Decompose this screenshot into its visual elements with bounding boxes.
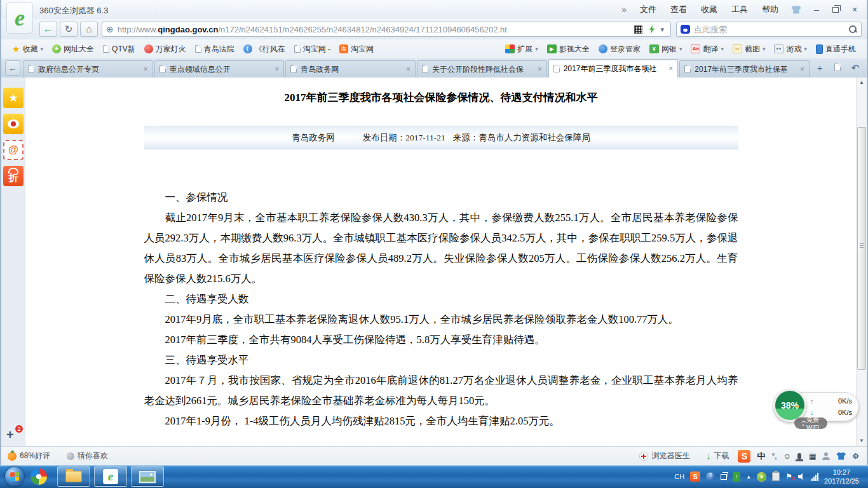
chevron-down-icon: ▾ — [535, 46, 538, 52]
site-shield-icon[interactable]: ⊕ — [106, 24, 114, 34]
download-button[interactable]: ↓下载 — [706, 451, 729, 461]
menu-file[interactable]: 文件 — [633, 4, 663, 15]
bookmark-qtv[interactable]: QTV新 — [98, 42, 140, 56]
undo-close-button[interactable]: ↶ — [848, 61, 863, 75]
free-wifi-button[interactable]: 免费WiFi — [794, 417, 827, 429]
toolbar-games[interactable]: ••游戏▾ — [770, 42, 811, 56]
skin-button[interactable] — [788, 3, 804, 16]
menu-view[interactable]: 查看 — [663, 4, 694, 15]
browser-logo[interactable]: e — [6, 2, 33, 34]
tray-usb-icon[interactable]: ↑ — [733, 472, 740, 482]
toolbar-translate[interactable]: Aa翻译▾ — [686, 42, 728, 56]
home-button[interactable]: ⌂ — [80, 22, 98, 37]
suggest-item[interactable]: 猜你喜欢 — [67, 451, 108, 461]
bookmark-court[interactable]: 青岛法院 — [191, 42, 239, 56]
toolbar-phone[interactable]: 直通手机 — [811, 42, 860, 56]
menu-tools[interactable]: 工具 — [724, 4, 755, 15]
back-button[interactable]: ← — [39, 22, 57, 37]
qr-code-icon[interactable] — [634, 25, 642, 34]
tab-close-icon[interactable]: × — [668, 64, 673, 73]
tab-social-insurance-notice[interactable]: 关于公开阶段性降低社会保× — [417, 60, 547, 78]
taskbar-browser-button[interactable]: e — [94, 466, 127, 487]
restore-tab-button[interactable] — [830, 61, 845, 75]
tray-action-center-icon[interactable]: ⚑× — [785, 472, 792, 481]
rail-add-button[interactable]: +2 — [6, 428, 14, 442]
vertical-scrollbar[interactable]: ▲ ▼ — [856, 78, 867, 446]
search-icon[interactable] — [848, 25, 857, 34]
new-tab-button[interactable]: + — [812, 61, 827, 75]
start-button[interactable] — [5, 467, 24, 486]
ime-settings-icon[interactable]: ⚙ — [852, 452, 859, 461]
url-box[interactable]: ⊕ http://www.qingdao.gov.cn/n172/n246241… — [102, 22, 671, 37]
login-manager-icon — [599, 44, 607, 53]
menu-overflow-icon[interactable]: » — [615, 4, 633, 15]
bookmark-favorites[interactable]: ★收藏▾ — [8, 42, 48, 56]
tab-close-icon[interactable]: × — [144, 65, 148, 74]
ime-language-toggle[interactable]: 中 — [757, 451, 765, 462]
ime-skin-icon[interactable] — [836, 452, 846, 460]
tab-social-fund[interactable]: 2017年前三季度我市社保基× — [679, 60, 810, 78]
url-text[interactable]: http://www.qingdao.gov.cn/n172/n24624151… — [118, 25, 632, 34]
tab-close-icon[interactable]: × — [275, 65, 279, 74]
account-icon[interactable] — [822, 452, 830, 460]
close-button[interactable]: × — [845, 3, 864, 17]
browser-doctor-button[interactable]: 浏览器医生 — [639, 451, 689, 461]
bookmark-sites[interactable]: +网址大全 — [48, 42, 98, 56]
sogou-ime-logo[interactable]: S — [738, 450, 750, 463]
rail-mail-button[interactable]: @ — [3, 140, 24, 160]
refresh-button[interactable]: ↻ — [60, 22, 78, 37]
tab-list-button[interactable]: ← — [5, 60, 20, 76]
tray-expand-icon[interactable]: ▲ — [746, 474, 751, 480]
tab-gov-info[interactable]: 政府信息公开专页× — [23, 60, 153, 78]
tray-window-icon[interactable] — [721, 474, 727, 480]
toolbar-login-manager[interactable]: 登录管家 — [594, 42, 645, 56]
tray-clipboard-icon[interactable] — [772, 472, 780, 481]
toolbar-extensions[interactable]: 扩展▾ — [501, 42, 543, 56]
microphone-icon[interactable] — [797, 453, 801, 459]
tray-volume-icon[interactable] — [798, 473, 806, 480]
tab-key-areas[interactable]: 重点领域信息公开× — [154, 60, 285, 78]
keyboard-icon[interactable]: ▦ — [809, 452, 816, 461]
scroll-up-button[interactable]: ▲ — [857, 78, 867, 88]
rail-favorites-button[interactable]: ★ — [3, 88, 24, 108]
toolbar-screenshot[interactable]: ✂截图▾ — [728, 42, 770, 56]
rail-discount-button[interactable]: 折 — [3, 166, 24, 186]
bookmark-xingfeng[interactable]: (《行风在 — [239, 42, 290, 56]
speed-mode-icon[interactable] — [648, 25, 655, 34]
bookmark-wanjia[interactable]: 万家灯火 — [140, 42, 191, 56]
scrollbar-thumb[interactable] — [857, 127, 866, 370]
taskbar-image-viewer-button[interactable] — [131, 466, 164, 487]
tab-close-icon[interactable]: × — [406, 65, 410, 74]
menu-help[interactable]: 帮助 — [755, 4, 785, 15]
taskbar-clock[interactable]: 10:272017/12/25 — [824, 468, 862, 485]
rating-item[interactable]: 68%好评 — [8, 451, 50, 461]
scroll-down-button[interactable]: ▼ — [857, 436, 867, 446]
taskbar-explorer-button[interactable] — [57, 466, 90, 487]
url-dropdown-icon[interactable]: ▾ — [658, 25, 667, 34]
rail-weibo-button[interactable] — [3, 114, 24, 134]
search-engine-icon[interactable] — [681, 25, 690, 34]
tray-sogou-icon[interactable]: S — [690, 471, 700, 482]
bookmark-taobao-2[interactable]: 淘淘宝网 — [335, 42, 378, 56]
toolbar-ebank[interactable]: ¥网银▾ — [645, 42, 687, 56]
tray-network-icon[interactable] — [811, 473, 818, 481]
browser-icon: e — [103, 469, 118, 484]
tab-close-icon[interactable]: × — [800, 65, 804, 74]
restore-button[interactable] — [826, 3, 845, 17]
tray-language-indicator[interactable]: CH — [674, 473, 684, 480]
status-bar: 68%好评 猜你喜欢 浏览器医生 ↓下载 S 中 °, ☺ ▦ ⚙ — [1, 446, 867, 465]
tray-help-icon[interactable]: ? — [706, 472, 715, 481]
ime-punctuation-toggle[interactable]: °, — [771, 452, 776, 461]
pinwheel-app-icon[interactable] — [31, 468, 47, 485]
menu-favorites[interactable]: 收藏 — [694, 4, 724, 15]
tab-close-icon[interactable]: × — [538, 65, 542, 74]
tray-360-icon[interactable]: + — [757, 472, 766, 482]
minimize-button[interactable]: – — [807, 3, 826, 17]
search-box[interactable] — [676, 22, 862, 37]
tab-current-article[interactable]: 2017年前三季度我市各项社× — [548, 59, 679, 78]
toolbar-video[interactable]: ▶影视大全 — [543, 42, 594, 56]
bookmark-taobao-1[interactable]: 淘宝网 - — [290, 42, 335, 56]
emoji-icon[interactable]: ☺ — [783, 452, 791, 461]
search-input[interactable] — [690, 25, 848, 34]
tab-qingdao-gov[interactable]: 青岛政务网× — [285, 60, 416, 78]
